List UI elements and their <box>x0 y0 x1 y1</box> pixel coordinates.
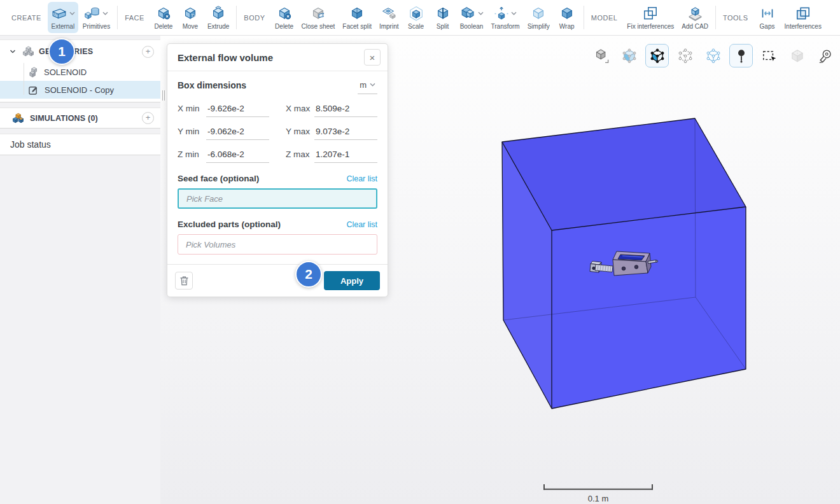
fix-interferences-icon <box>642 5 659 22</box>
close-sheet-icon <box>311 6 326 21</box>
wireframe-view-icon <box>677 48 694 64</box>
toolbar-item-imprint[interactable]: Imprint <box>376 2 402 33</box>
job-status-label: Job status <box>10 139 51 150</box>
viewport-solid-view-button[interactable] <box>645 44 669 67</box>
viewport-wireframe-view-button[interactable] <box>673 44 697 67</box>
delete-body-icon <box>277 6 292 21</box>
dialog-title: External flow volume <box>178 52 273 63</box>
add-geometry-button[interactable]: + <box>142 46 154 58</box>
delete-button[interactable] <box>175 272 193 290</box>
toolbar-item-label: Wrap <box>559 23 575 30</box>
viewport-transparent-view-button[interactable] <box>617 44 641 67</box>
y-max-field[interactable]: 9.073e-2 <box>314 127 377 140</box>
x-min-field[interactable]: -9.626e-2 <box>206 104 269 117</box>
toolbar-item-primitives[interactable]: Primitives <box>80 2 113 33</box>
close-button[interactable]: × <box>364 49 381 66</box>
toolbar-item-add-cad[interactable]: Add CAD <box>678 2 711 33</box>
y-min-field[interactable]: -9.062e-2 <box>206 127 269 140</box>
toolbar-item-delete[interactable]: Delete <box>272 2 297 33</box>
step-2-badge: 2 <box>295 261 322 288</box>
toolbar-item-facet-split[interactable]: Facet split <box>339 2 375 33</box>
x-max-field[interactable]: 8.509e-2 <box>314 104 377 117</box>
transform-icon <box>494 6 509 21</box>
toolbar-item-external[interactable]: External <box>48 2 78 33</box>
field-label: Z min <box>178 150 206 159</box>
geometries-icon <box>22 46 34 57</box>
seed-face-clear-link[interactable]: Clear list <box>346 174 377 183</box>
field-label: Y min <box>178 127 206 136</box>
unit-value: m <box>360 80 367 90</box>
toolbar-item-extrude[interactable]: Extrude <box>204 2 232 33</box>
viewport-box-select-button[interactable] <box>757 44 781 67</box>
toolbar-item-close-sheet[interactable]: Close sheet <box>298 2 339 33</box>
chevron-down-icon <box>370 83 375 87</box>
apply-button[interactable]: Apply <box>324 271 380 290</box>
job-status-panel[interactable]: Job status <box>0 134 160 155</box>
facet-split-icon <box>349 6 365 21</box>
dialog-header: External flow volume × <box>167 44 388 71</box>
pick-face-input[interactable]: Pick Face <box>178 188 377 209</box>
geometries-header[interactable]: GEOMETRIES + <box>0 40 160 63</box>
chevron-down-icon[interactable] <box>9 48 17 55</box>
scale-icon <box>409 6 424 21</box>
toolbar-section-tools: TOOLSGapsInterferences <box>719 0 825 35</box>
simulations-title: SIMULATIONS (0) <box>30 114 136 123</box>
viewport-view-fit-button[interactable] <box>589 44 613 67</box>
excluded-parts-clear-link[interactable]: Clear list <box>346 220 377 229</box>
toolbar-item-transform[interactable]: Transform <box>488 2 523 33</box>
sidebar: GEOMETRIES + SOLENOID SOLENOID - Copy SI… <box>0 36 160 504</box>
viewport-measure-button[interactable] <box>813 44 837 67</box>
toolbar-item-boolean[interactable]: Boolean <box>457 2 487 33</box>
toolbar-item-fix-interferences[interactable]: Fix interferences <box>624 2 677 33</box>
scale-bar-label: 0.1 m <box>543 494 654 503</box>
toolbar-item-gaps[interactable]: Gaps <box>755 2 780 33</box>
add-simulation-button[interactable]: + <box>142 112 154 124</box>
toolbar-item-delete[interactable]: Delete <box>151 2 176 33</box>
toolbar-item-interferences[interactable]: Interferences <box>781 2 825 33</box>
toolbar-section-model: MODELFix interferencesAdd CAD <box>587 0 712 35</box>
toolbar-section-label: TOOLS <box>719 14 754 22</box>
viewport-probe-button[interactable] <box>729 44 753 67</box>
sidebar-resize-handle[interactable] <box>162 90 166 101</box>
toolbar-divider <box>715 6 716 29</box>
split-icon <box>435 6 451 21</box>
dialog-body: Box dimensions m X min-9.626e-2 X max8.5… <box>167 71 388 255</box>
unit-dropdown[interactable]: m <box>358 80 377 94</box>
measure-icon <box>817 48 834 64</box>
toolbar-item-simplify[interactable]: Simplify <box>524 2 553 33</box>
field-label: X min <box>178 104 206 113</box>
transparent-view-icon <box>621 48 638 64</box>
z-min-field[interactable]: -6.068e-2 <box>206 150 269 163</box>
excluded-parts-label: Excluded parts (optional) <box>178 220 281 229</box>
toolbar-item-move[interactable]: Move <box>178 2 203 33</box>
tree-item-label: SOLENOID <box>44 67 87 77</box>
toolbar-item-split[interactable]: Split <box>430 2 456 33</box>
chevron-down-icon[interactable] <box>511 11 517 16</box>
external-box-icon <box>51 6 67 20</box>
pick-volumes-input[interactable]: Pick Volumes <box>178 234 377 255</box>
simulations-icon <box>11 113 24 124</box>
toolbar-item-wrap[interactable]: Wrap <box>554 2 580 33</box>
main-area: 0.1 m GEOMETRIES + SOLENOID SOLENOID - C… <box>0 36 840 504</box>
toolbar-section-label: CREATE <box>8 14 47 22</box>
simulations-header[interactable]: SIMULATIONS (0) + <box>0 108 160 129</box>
toolbar-section-label: BODY <box>240 14 270 22</box>
toolbar-item-label: Fix interferences <box>627 23 674 30</box>
toolbar-section-label: MODEL <box>587 14 624 22</box>
toolbar-item-label: Imprint <box>379 23 399 30</box>
viewport-explode-view-button[interactable] <box>701 44 725 67</box>
close-icon: × <box>370 52 375 63</box>
imprint-icon <box>381 6 396 21</box>
chevron-down-icon[interactable] <box>69 11 75 16</box>
toolbar-section-face: FACEDeleteMoveExtrude <box>121 0 233 35</box>
extrude-icon <box>211 6 226 21</box>
toolbar-item-label: Move <box>183 23 198 30</box>
toolbar-section-create: CREATEExternalPrimitives <box>8 0 114 35</box>
tree-connector <box>24 63 24 95</box>
solid-view-icon <box>649 48 666 64</box>
toolbar-item-label: Delete <box>275 23 293 30</box>
z-max-field[interactable]: 1.207e-1 <box>314 150 377 163</box>
toolbar-item-scale[interactable]: Scale <box>403 2 429 33</box>
chevron-down-icon[interactable] <box>478 11 484 16</box>
chevron-down-icon[interactable] <box>102 11 108 16</box>
